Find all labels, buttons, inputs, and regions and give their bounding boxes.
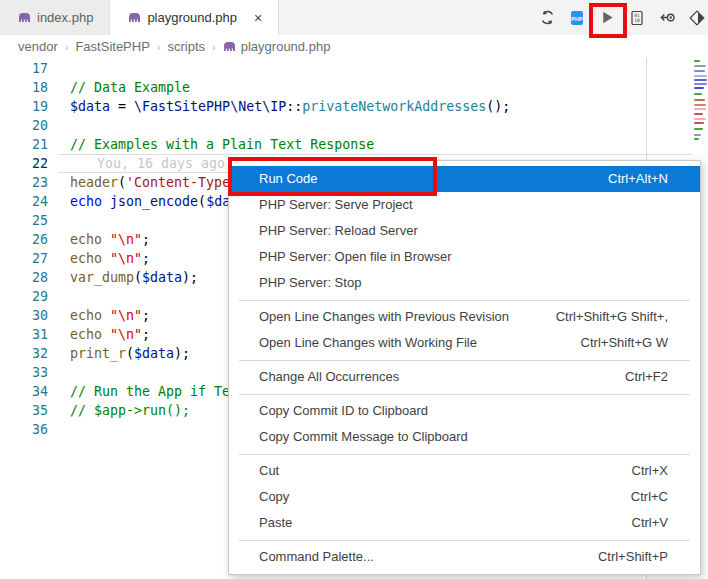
line-number: 17	[0, 59, 48, 78]
menu-item-copy-commit-id-to-clipboard[interactable]: Copy Commit ID to Clipboard	[229, 398, 700, 424]
tab-label: index.php	[37, 10, 93, 25]
code-line-18: 18// Data Example	[0, 78, 692, 97]
line-number: 30	[0, 306, 48, 325]
context-menu: Run CodeCtrl+Alt+NPHP Server: Serve Proj…	[228, 160, 701, 575]
php-file-icon[interactable]: PHP	[562, 0, 592, 35]
menu-item-label: Run Code	[259, 166, 608, 192]
menu-item-shortcut: Ctrl+C	[631, 484, 668, 510]
code-text: // Examples with a Plain Text Response	[70, 135, 374, 154]
menu-item-label: Paste	[259, 510, 632, 536]
menu-item-label: PHP Server: Reload Server	[259, 218, 668, 244]
code-line-21: 21// Examples with a Plain Text Response	[0, 135, 692, 154]
breadcrumb: vendor›FastSitePHP›scripts›playground.ph…	[0, 35, 708, 58]
line-number: 22	[0, 154, 48, 173]
line-number: 32	[0, 344, 48, 363]
minimap-line	[694, 75, 707, 77]
breadcrumb-label: scripts	[168, 39, 206, 54]
minimap-line	[694, 138, 699, 140]
line-number: 28	[0, 268, 48, 287]
code-text: $data = \FastSitePHP\Net\IP::privateNetw…	[70, 97, 510, 116]
code-text: echo "\n";	[70, 230, 150, 249]
menu-item-php-server-open-file-in-browser[interactable]: PHP Server: Open file in Browser	[229, 244, 700, 270]
vscode-window: index.phpplayground.php× PHP0110 vendor›…	[0, 0, 708, 579]
line-number: 31	[0, 325, 48, 344]
menu-separator	[239, 300, 690, 301]
code-line-17: 17	[0, 59, 692, 78]
code-text: echo "\n";	[70, 325, 150, 344]
menu-item-label: Change All Occurrences	[259, 364, 625, 390]
menu-item-paste[interactable]: PasteCtrl+V	[229, 510, 700, 536]
menu-separator	[239, 540, 690, 541]
minimap-line	[694, 70, 705, 72]
menu-item-label: PHP Server: Serve Project	[259, 192, 668, 218]
breadcrumb-item-scripts[interactable]: scripts	[168, 39, 206, 54]
code-text: // $app->run();	[70, 401, 190, 420]
menu-item-command-palette[interactable]: Command Palette...Ctrl+Shift+P	[229, 544, 700, 570]
menu-item-shortcut: Ctrl+Shift+P	[598, 544, 668, 570]
menu-item-change-all-occurrences[interactable]: Change All OccurrencesCtrl+F2	[229, 364, 700, 390]
line-number: 34	[0, 382, 48, 401]
line-number: 29	[0, 287, 48, 306]
minimap-line	[694, 93, 702, 95]
binary-file-icon[interactable]: 0110	[622, 0, 652, 35]
breadcrumb-label: vendor	[18, 39, 58, 54]
menu-item-label: Open Line Changes with Working File	[259, 330, 581, 356]
menu-item-php-server-reload-server[interactable]: PHP Server: Reload Server	[229, 218, 700, 244]
run-icon[interactable]	[592, 0, 622, 35]
breadcrumb-label: playground.php	[241, 39, 331, 54]
code-text: var_dump($data);	[70, 268, 198, 287]
line-number: 27	[0, 249, 48, 268]
tab-index-php[interactable]: index.php	[0, 0, 110, 35]
editor-toolbar: PHP0110	[532, 0, 708, 35]
chevron-right-icon: ›	[157, 41, 161, 53]
menu-item-shortcut: Ctrl+Alt+N	[608, 166, 668, 192]
menu-item-label: Copy Commit Message to Clipboard	[259, 424, 668, 450]
menu-item-label: Cut	[259, 458, 632, 484]
line-number: 20	[0, 116, 48, 135]
php-file-icon	[128, 12, 141, 23]
code-text: echo "\n";	[70, 306, 150, 325]
breadcrumb-item-vendor[interactable]: vendor	[18, 39, 58, 54]
menu-item-php-server-stop[interactable]: PHP Server: Stop	[229, 270, 700, 296]
close-icon[interactable]: ×	[254, 11, 262, 25]
code-text: // Data Example	[70, 78, 190, 97]
minimap-line	[694, 99, 705, 101]
line-number: 36	[0, 420, 48, 439]
menu-item-shortcut: Ctrl+Shift+G W	[581, 330, 668, 356]
breadcrumb-label: FastSitePHP	[75, 39, 149, 54]
open-preview-icon[interactable]	[652, 0, 682, 35]
line-number: 33	[0, 363, 48, 382]
menu-item-label: Copy Commit ID to Clipboard	[259, 398, 668, 424]
breadcrumb-item-playground-php[interactable]: playground.php	[223, 39, 331, 54]
menu-item-open-line-changes-with-previous-revision[interactable]: Open Line Changes with Previous Revision…	[229, 304, 700, 330]
minimap-line	[694, 108, 706, 110]
menu-item-copy[interactable]: CopyCtrl+C	[229, 484, 700, 510]
split-editor-icon[interactable]	[682, 0, 708, 35]
menu-item-copy-commit-message-to-clipboard[interactable]: Copy Commit Message to Clipboard	[229, 424, 700, 450]
chevron-right-icon: ›	[65, 41, 69, 53]
line-number: 21	[0, 135, 48, 154]
line-number: 26	[0, 230, 48, 249]
menu-item-open-line-changes-with-working-file[interactable]: Open Line Changes with Working FileCtrl+…	[229, 330, 700, 356]
line-number: 23	[0, 173, 48, 192]
menu-item-cut[interactable]: CutCtrl+X	[229, 458, 700, 484]
minimap-line	[694, 87, 704, 89]
menu-item-run-code[interactable]: Run CodeCtrl+Alt+N	[229, 166, 700, 192]
minimap-line	[694, 128, 703, 130]
menu-item-label: Open Line Changes with Previous Revision	[259, 304, 556, 330]
menu-item-shortcut: Ctrl+X	[632, 458, 668, 484]
menu-item-label: PHP Server: Stop	[259, 270, 668, 296]
minimap-line	[694, 118, 706, 120]
menu-item-label: Copy	[259, 484, 631, 510]
menu-separator	[239, 454, 690, 455]
breadcrumb-item-FastSitePHP[interactable]: FastSitePHP	[75, 39, 149, 54]
minimap-line	[694, 65, 706, 67]
sync-icon[interactable]	[532, 0, 562, 35]
tab-playground-php[interactable]: playground.php×	[110, 0, 279, 35]
line-number: 18	[0, 78, 48, 97]
menu-item-php-server-serve-project[interactable]: PHP Server: Serve Project	[229, 192, 700, 218]
menu-item-shortcut: Ctrl+F2	[625, 364, 668, 390]
minimap-line	[694, 79, 707, 81]
minimap-line	[694, 60, 700, 62]
menu-separator	[239, 394, 690, 395]
